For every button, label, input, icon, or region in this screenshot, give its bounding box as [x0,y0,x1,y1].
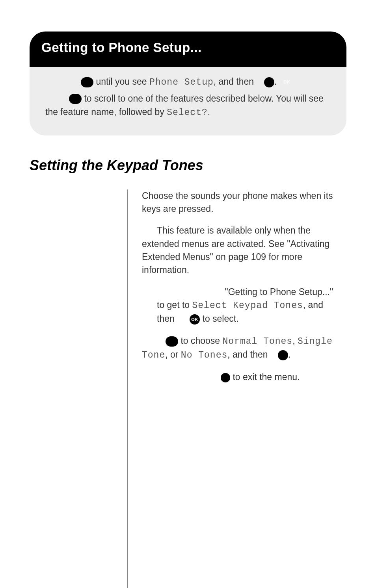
box-line1-lcd: Phone Setup [149,77,214,87]
ok-icon: OK [264,77,274,87]
ok-icon: OK [278,350,288,360]
vertical-divider [127,189,128,588]
box-line1-c: . [274,76,277,87]
ok-icon: OK [190,314,200,325]
paragraph-2: This feature is available only when the … [142,224,342,276]
section-heading: Setting the Keypad Tones [30,157,346,174]
banner-title: Getting to Phone Setup... [30,32,346,70]
body-content: Choose the sounds your phone makes when … [135,189,346,588]
step2-c: , or [165,349,181,360]
step2-lcd1: Normal Tones [223,336,293,347]
c-icon: C [221,373,230,382]
menu-icon: MENU [69,94,82,104]
step2-b: , [292,336,298,346]
instruction-box: MENU until you see Phone Setup, and then… [30,67,346,135]
step2-d: , and then [227,349,270,360]
step1-c: to select. [200,313,238,324]
step2-a: to choose [178,336,223,346]
box-line2-lcd: Select? [167,108,208,118]
menu-icon: MENU [81,77,93,87]
menu-icon: MENU [166,336,178,347]
paragraph-1: Choose the sounds your phone makes when … [142,189,342,216]
step1-lcd: Select Keypad Tones [192,300,303,311]
step3-a: to exit the menu. [230,372,300,382]
step2-e: . [288,349,290,360]
box-line2-b: . [208,107,210,117]
box-line1-a: until you see [93,76,149,87]
step2-lcd3: No Tones [181,350,227,360]
